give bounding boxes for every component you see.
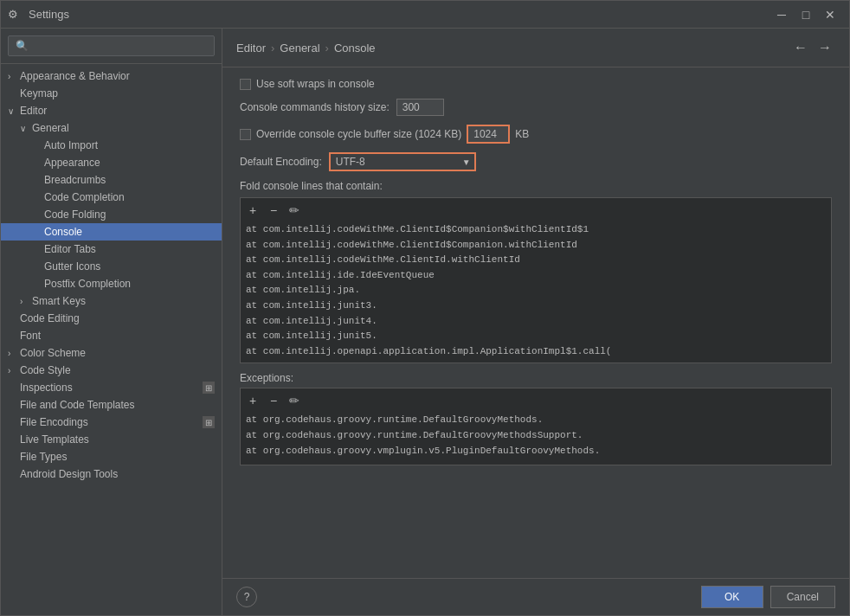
sidebar-item-label: Appearance	[44, 157, 100, 169]
exceptions-list-content: at org.codehaus.groovy.runtime.DefaultGr…	[244, 413, 827, 459]
window-title: Settings	[29, 8, 770, 21]
sidebar-item-label: Android Design Tools	[20, 468, 118, 480]
expand-arrow: ›	[8, 72, 20, 81]
breadcrumb-editor: Editor	[236, 42, 266, 55]
list-item: at com.intellij.ide.IdeEventQueue	[244, 268, 827, 284]
sidebar-item-file-types[interactable]: File Types	[1, 448, 222, 465]
sidebar-item-appearance-behavior[interactable]: › Appearance & Behavior	[1, 67, 222, 85]
override-buffer-row: Override console cycle buffer size (1024…	[240, 125, 832, 144]
fold-add-button[interactable]: +	[244, 202, 261, 219]
sidebar-item-label: Font	[20, 330, 41, 342]
override-value-input[interactable]	[467, 125, 510, 144]
expand-arrow: ›	[20, 297, 32, 306]
breadcrumb-sep2: ›	[325, 42, 329, 55]
sidebar-item-editor-tabs[interactable]: Editor Tabs	[1, 241, 222, 258]
override-unit: KB	[515, 128, 529, 140]
sidebar-item-auto-import[interactable]: Auto Import	[1, 137, 222, 154]
inspections-badge: ⊞	[203, 382, 215, 394]
sidebar-item-label: Code Style	[20, 364, 71, 376]
exceptions-remove-button[interactable]: −	[265, 392, 282, 409]
nav-back-button[interactable]: ←	[790, 37, 811, 58]
search-input[interactable]	[8, 35, 215, 56]
fold-edit-button[interactable]: ✏	[286, 202, 303, 219]
exceptions-toolbar: + − ✏	[244, 392, 827, 409]
exceptions-add-button[interactable]: +	[244, 392, 261, 409]
breadcrumb-console: Console	[334, 42, 376, 55]
sidebar-item-breadcrumbs[interactable]: Breadcrumbs	[1, 171, 222, 189]
sidebar-item-label: Postfix Completion	[44, 278, 131, 290]
fold-toolbar: + − ✏	[244, 202, 827, 219]
list-item: at com.intellij.codeWithMe.ClientId$Comp…	[244, 238, 827, 253]
list-item: at org.codehaus.groovy.runtime.DefaultGr…	[244, 428, 827, 444]
encoding-label: Default Encoding:	[240, 156, 322, 168]
list-item: at org.codehaus.groovy.vmplugin.v5.Plugi…	[244, 444, 827, 459]
exceptions-edit-button[interactable]: ✏	[286, 392, 303, 409]
sidebar-item-general[interactable]: ∨ General	[1, 119, 222, 137]
sidebar-item-label: Keymap	[20, 87, 58, 99]
sidebar-item-keymap[interactable]: Keymap	[1, 85, 222, 102]
breadcrumb-nav: ← →	[790, 37, 835, 58]
sidebar-item-gutter-icons[interactable]: Gutter Icons	[1, 258, 222, 275]
sidebar-item-code-completion[interactable]: Code Completion	[1, 189, 222, 206]
list-item: at com.intellij.junit3.	[244, 298, 827, 314]
cancel-button[interactable]: Cancel	[770, 586, 835, 608]
list-item: at com.intellij.junit4.	[244, 314, 827, 330]
settings-window: ⚙ Settings ─ □ ✕ › Appearance & Behavior…	[0, 0, 850, 616]
list-item: at org.codehaus.groovy.runtime.DefaultGr…	[244, 413, 827, 428]
override-label[interactable]: Override console cycle buffer size (1024…	[240, 125, 529, 144]
settings-tree: › Appearance & Behavior Keymap ∨ Editor …	[1, 64, 222, 615]
list-item: at com.intellij.jpa.	[244, 283, 827, 298]
sidebar-item-label: Code Editing	[20, 312, 80, 324]
sidebar-item-label: Appearance & Behavior	[20, 70, 130, 82]
sidebar-item-label: Code Folding	[44, 209, 106, 221]
sidebar-item-label: Console	[44, 226, 82, 238]
encoding-dropdown[interactable]: UTF-8 UTF-16 ISO-8859-1 US-ASCII Windows…	[329, 152, 476, 171]
history-size-row: Console commands history size:	[240, 99, 832, 116]
breadcrumb-general: General	[280, 42, 319, 55]
sidebar-item-label: Smart Keys	[32, 295, 86, 307]
main-content: › Appearance & Behavior Keymap ∨ Editor …	[1, 29, 849, 615]
sidebar-item-label: File Encodings	[20, 416, 88, 428]
sidebar-item-font[interactable]: Font	[1, 327, 222, 344]
history-size-input[interactable]	[396, 99, 444, 116]
sidebar-item-editor[interactable]: ∨ Editor	[1, 102, 222, 119]
nav-forward-button[interactable]: →	[815, 37, 835, 58]
sidebar-item-smart-keys[interactable]: › Smart Keys	[1, 292, 222, 310]
soft-wraps-checkbox[interactable]	[240, 79, 251, 90]
maximize-button[interactable]: □	[794, 3, 818, 27]
sidebar-item-android-design-tools[interactable]: Android Design Tools	[1, 465, 222, 483]
sidebar-item-appearance[interactable]: Appearance	[1, 154, 222, 171]
sidebar-item-label: Color Scheme	[20, 347, 86, 359]
encoding-dropdown-wrapper: UTF-8 UTF-16 ISO-8859-1 US-ASCII Windows…	[329, 152, 476, 171]
sidebar-item-color-scheme[interactable]: › Color Scheme	[1, 344, 222, 362]
sidebar-item-live-templates[interactable]: Live Templates	[1, 431, 222, 448]
close-button[interactable]: ✕	[818, 3, 842, 27]
minimize-button[interactable]: ─	[770, 3, 794, 27]
ok-button[interactable]: OK	[701, 586, 763, 608]
breadcrumb-sep1: ›	[271, 42, 274, 55]
breadcrumb: Editor › General › Console ← →	[222, 29, 849, 67]
fold-remove-button[interactable]: −	[265, 202, 282, 219]
sidebar-item-file-code-templates[interactable]: File and Code Templates	[1, 396, 222, 414]
sidebar-item-code-editing[interactable]: Code Editing	[1, 310, 222, 327]
sidebar-item-code-folding[interactable]: Code Folding	[1, 206, 222, 223]
fold-section-label: Fold console lines that contain:	[240, 180, 832, 192]
sidebar-item-postfix-completion[interactable]: Postfix Completion	[1, 275, 222, 292]
help-button[interactable]: ?	[236, 587, 257, 607]
exceptions-label: Exceptions:	[240, 372, 832, 384]
sidebar-item-console[interactable]: Console	[1, 223, 222, 241]
sidebar-item-file-encodings[interactable]: File Encodings ⊞	[1, 414, 222, 431]
window-controls: ─ □ ✕	[770, 3, 842, 27]
expand-arrow: ∨	[20, 124, 32, 133]
soft-wraps-label[interactable]: Use soft wraps in console	[240, 78, 375, 90]
override-checkbox[interactable]	[240, 129, 251, 140]
sidebar-item-label: File Types	[20, 451, 67, 463]
sidebar: › Appearance & Behavior Keymap ∨ Editor …	[1, 29, 222, 615]
sidebar-item-code-style[interactable]: › Code Style	[1, 362, 222, 379]
fold-list: + − ✏ at com.intellij.codeWithMe.ClientI…	[240, 197, 832, 363]
list-item: at com.intellij.codeWithMe.ClientId$Comp…	[244, 222, 827, 238]
sidebar-item-inspections[interactable]: Inspections ⊞	[1, 379, 222, 396]
sidebar-item-label: Editor Tabs	[44, 243, 96, 255]
search-box	[1, 29, 222, 64]
sidebar-item-label: Code Completion	[44, 191, 125, 203]
